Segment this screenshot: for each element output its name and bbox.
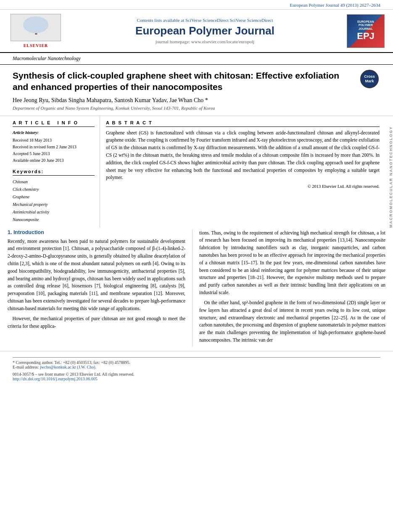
citation-bar: European Polymer Journal 49 (2013) 2627–… <box>0 0 393 10</box>
keyword-1: Chitosan <box>13 178 95 186</box>
epj-text-top: EUROPEANPOLYMERJOURNAL <box>357 20 374 31</box>
received-revised-date: Received in revised form 2 June 2013 <box>13 145 76 149</box>
journal-homepage: journal homepage: www.elsevier.com/locat… <box>71 39 338 44</box>
email-text: jwcho@konkuk.ac.kr (J.W. Cho). <box>40 365 96 369</box>
section-label-text: Macromolecular Nanotechnology <box>13 55 81 61</box>
article-history-section: A R T I C L E I N F O Article history: R… <box>13 120 95 164</box>
body-left-column: 1. Introduction Recently, more awareness… <box>8 229 193 347</box>
homepage-text: journal homepage: www.elsevier.com/locat… <box>156 39 254 44</box>
crossmark-badge: CrossMark <box>360 70 379 88</box>
intro-right-para-1: tions. Thus, owing to the requirement of… <box>199 229 385 297</box>
intro-left-text: Recently, more awareness has been paid t… <box>8 238 185 330</box>
sciverse-link[interactable]: Contents lists available at SciVerse Sci… <box>71 18 338 23</box>
keywords-section: Keywords: Chitosan Click chemistry Graph… <box>13 169 95 224</box>
keyword-4: Mechanical property <box>13 201 95 208</box>
intro-right-text: tions. Thus, owing to the requirement of… <box>199 229 385 344</box>
intro-para-2: However, the mechanical properties of pu… <box>8 315 185 330</box>
abstract-heading: A B S T R A C T <box>106 120 380 127</box>
abstract-column: A B S T R A C T Graphene sheet (GS) is f… <box>100 116 385 228</box>
keyword-6: Nanocomposite <box>13 216 95 224</box>
elsevier-tree-image: 🌳 <box>11 14 61 41</box>
journal-header: 🌳 ELSEVIER Contents lists available at S… <box>0 10 393 53</box>
body-right-column: tions. Thus, owing to the requirement of… <box>193 229 385 347</box>
sidebar-label: MACROMOLECULAR NANOTECHNOLOGY <box>389 126 393 228</box>
article-body-columns: A R T I C L E I N F O Article history: R… <box>0 116 393 228</box>
elsevier-logo: 🌳 ELSEVIER <box>8 14 63 48</box>
tree-icon: 🌳 <box>28 21 44 34</box>
epj-letters: EPJ <box>357 31 375 42</box>
keywords-heading: Keywords: <box>13 169 95 176</box>
footer-rule <box>13 357 380 358</box>
intro-title: 1. Introduction <box>8 229 185 235</box>
journal-citation: European Polymer Journal 49 (2013) 2627–… <box>290 3 380 8</box>
crossmark-logo: CrossMark <box>360 70 380 90</box>
email-label: E-mail address: <box>13 365 39 369</box>
email-link[interactable]: jwcho@konkuk.ac.kr (J.W. Cho). <box>40 365 96 369</box>
intro-right-para-2: On the other hand, sp²-bonded graphene i… <box>199 299 385 344</box>
available-date: Available online 20 June 2013 <box>13 158 63 163</box>
page: European Polymer Journal 49 (2013) 2627–… <box>0 0 393 532</box>
article-info-heading: A R T I C L E I N F O <box>13 120 95 127</box>
corresponding-note: * Corresponding author. Tel.: +82 (0) 45… <box>13 360 130 365</box>
copyright-line: © 2013 Elsevier Ltd. All rights reserved… <box>106 184 380 189</box>
sciverse-anchor[interactable]: SciVerse ScienceDirect <box>230 18 273 23</box>
section-label: Macromolecular Nanotechnology <box>0 53 393 65</box>
article-footer: * Corresponding author. Tel.: +82 (0) 45… <box>0 351 393 385</box>
abstract-paragraph: Graphene sheet (GS) is functionalized wi… <box>106 129 380 182</box>
elsevier-brand-name: ELSEVIER <box>24 43 48 48</box>
abstract-section: A B S T R A C T Graphene sheet (GS) is f… <box>106 120 380 189</box>
article-history: Article history: Received 18 May 2013 Re… <box>13 129 95 164</box>
footer-issn-block: 0014-3057/$ – see front matter © 2013 El… <box>13 372 380 381</box>
article-authors: Hee Jeong Ryu, Sibdas Singha Mahapatra, … <box>13 97 354 104</box>
footer-doi-link[interactable]: http://dx.doi.org/10.1016/j.eurpolymj.20… <box>13 377 98 381</box>
article-title-area: Synthesis of click-coupled graphene shee… <box>0 65 393 116</box>
abstract-text: Graphene sheet (GS) is functionalized wi… <box>106 129 380 182</box>
article-info-column: A R T I C L E I N F O Article history: R… <box>8 116 100 228</box>
article-title-block: Synthesis of click-coupled graphene shee… <box>13 70 354 112</box>
authors-text: Hee Jeong Ryu, Sibdas Singha Mahapatra, … <box>13 97 208 103</box>
journal-center: Contents lists available at SciVerse Sci… <box>63 18 347 44</box>
keywords-list: Chitosan Click chemistry Graphene Mechan… <box>13 178 95 224</box>
footer-issn: 0014-3057/$ – see front matter © 2013 El… <box>13 372 134 377</box>
article-title: Synthesis of click-coupled graphene shee… <box>13 70 354 93</box>
article-affiliation: Department of Organic and Nano System En… <box>13 105 354 111</box>
keyword-3: Graphene <box>13 193 95 201</box>
accepted-date: Accepted 5 June 2013 <box>13 151 50 156</box>
history-label: Article history: <box>13 129 95 136</box>
vertical-sidebar: MACROMOLECULAR NANOTECHNOLOGY <box>389 126 393 228</box>
intro-para-1: Recently, more awareness has been paid t… <box>8 238 185 313</box>
journal-title: European Polymer Journal <box>71 24 338 37</box>
keyword-5: Antimicrobial activity <box>13 208 95 216</box>
body-columns: 1. Introduction Recently, more awareness… <box>0 229 393 347</box>
footer-doi-text: http://dx.doi.org/10.1016/j.eurpolymj.20… <box>13 377 98 381</box>
keyword-2: Click chemistry <box>13 186 95 193</box>
epj-logo: EUROPEANPOLYMERJOURNAL EPJ <box>347 14 385 48</box>
received-date: Received 18 May 2013 <box>13 138 52 142</box>
sciverse-text: Contents lists available at SciVerse Sci… <box>137 18 228 23</box>
footer-correspondence: * Corresponding author. Tel.: +82 (0) 45… <box>13 360 380 369</box>
